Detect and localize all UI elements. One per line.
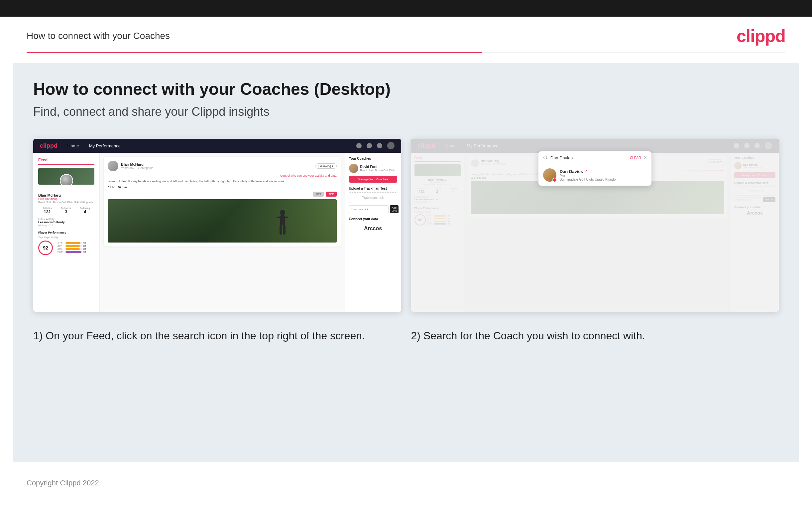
bar-ott: OTT 90	[57, 242, 86, 244]
nav-logo: clippd	[40, 142, 57, 150]
footer: Copyright Clippd 2022	[0, 472, 812, 494]
main-subtitle: Find, connect and share your Clippd insi…	[33, 105, 779, 119]
search-icon[interactable]	[356, 143, 362, 149]
profile-location: Royal North Devon Golf Club, United King…	[38, 201, 94, 204]
step-1-text: On your Feed, click on the search icon i…	[46, 330, 365, 342]
circle-score: 92	[38, 241, 53, 255]
search-bar: Dan Davies CLEAR ×	[538, 152, 652, 164]
mock-right-panel-left: Your Coaches David Ford Royal North Devo…	[345, 153, 401, 312]
search-icon-overlay	[543, 155, 548, 160]
step-1-description: 1) On your Feed, click on the search ico…	[33, 328, 401, 343]
clear-button[interactable]: CLEAR	[630, 156, 641, 160]
coaches-title: Your Coaches	[349, 157, 397, 160]
followers-label: Followers	[61, 207, 71, 209]
post-author-name: Blair McHarg	[121, 162, 153, 166]
result-role: Pro	[560, 174, 619, 178]
post-buttons: OTT APP	[108, 192, 337, 197]
perf-title: Player Performance	[38, 231, 94, 234]
post-header: Blair McHarg Yesterday · Sunningdale Fol…	[108, 161, 337, 171]
avatar-nav[interactable]	[387, 142, 394, 150]
copyright-text: Copyright Clippd 2022	[27, 479, 99, 487]
app-button[interactable]: APP	[326, 192, 336, 197]
svg-rect-5	[283, 225, 286, 235]
result-name: Dan Davies	[560, 169, 583, 174]
result-avatar	[543, 168, 557, 182]
search-result-item[interactable]: Dan Davies ✓ Pro Sunningdale Golf Club, …	[538, 164, 652, 186]
settings-icon[interactable]	[377, 143, 382, 149]
follow-label: Following ▾	[319, 164, 334, 168]
latest-activity-label: Latest Activity	[38, 218, 94, 220]
duration: 01 hr : 30 min	[108, 186, 337, 189]
trackman-input[interactable]	[349, 205, 389, 213]
mock-body-left: Feed Blair McHarg Plus Handicap Royal No…	[33, 153, 401, 312]
mock-nav-left: clippd Home My Performance	[33, 139, 401, 153]
performance-bars: OTT 90 APP 85	[57, 242, 86, 254]
header-divider	[27, 52, 785, 53]
activity-title: Lesson with Fordy	[38, 220, 94, 224]
image-overlay	[108, 199, 337, 243]
search-overlay: Dan Davies CLEAR × Dan Davies ✓	[538, 152, 652, 186]
following-label: Following	[80, 207, 90, 209]
verified-icon: ✓	[584, 169, 588, 174]
svg-rect-1	[280, 215, 285, 225]
control-link[interactable]: Control who can see your activity and da…	[108, 174, 337, 177]
step-2-number: 2)	[411, 330, 421, 342]
svg-point-6	[544, 156, 547, 159]
coach-avatar	[349, 164, 358, 173]
mock-sidebar-left: Feed Blair McHarg Plus Handicap Royal No…	[33, 153, 100, 312]
coach-name: David Ford	[360, 165, 394, 169]
close-button[interactable]: ×	[643, 155, 647, 161]
steps-row: 1) On your Feed, click on the search ico…	[33, 328, 779, 343]
screenshot-right: clippd Home My Performance Feed	[411, 139, 779, 312]
page-title: How to connect with your Coaches	[27, 31, 170, 41]
search-input[interactable]: Dan Davies	[551, 155, 627, 160]
user-icon[interactable]	[367, 143, 372, 149]
ott-button[interactable]: OTT	[313, 192, 324, 197]
coach-club: Royal North Devon Golf Club	[360, 169, 394, 172]
nav-my-performance[interactable]: My Performance	[89, 143, 121, 149]
mock-feed-main-left: Blair McHarg Yesterday · Sunningdale Fol…	[100, 153, 345, 312]
activities-value: 131	[43, 209, 52, 214]
screenshot-left: clippd Home My Performance Feed	[33, 139, 401, 312]
player-performance: Player Performance Total Player Quality …	[38, 231, 94, 255]
profile-name: Blair McHarg	[38, 193, 94, 197]
logo: clippd	[736, 26, 785, 46]
activity-date: 03 Aug 2022	[38, 224, 94, 227]
svg-rect-3	[284, 217, 288, 218]
activities-label: Activities	[43, 207, 52, 209]
step-2-text: Search for the Coach you wish to connect…	[423, 330, 645, 342]
bar-arg: ARG 86	[57, 248, 86, 250]
top-bar	[0, 0, 812, 17]
svg-rect-4	[280, 225, 282, 235]
arccos-brand: Arccos	[349, 223, 397, 234]
profile-banner	[38, 168, 94, 185]
svg-rect-2	[277, 217, 281, 218]
header: How to connect with your Coaches clippd	[0, 17, 812, 52]
app-screenshot-left: clippd Home My Performance Feed	[33, 139, 401, 312]
bar-app: APP 85	[57, 245, 86, 247]
nav-home[interactable]: Home	[67, 143, 79, 149]
golfer-silhouette	[274, 209, 291, 239]
svg-point-0	[280, 210, 285, 215]
feed-label: Feed	[38, 158, 94, 165]
screenshots-row: clippd Home My Performance Feed	[33, 139, 779, 312]
bar-putt: PUTT 96	[57, 251, 86, 253]
result-club: Sunningdale Golf Club, United Kingdom	[560, 178, 619, 181]
add-link-button[interactable]: Add Link	[390, 205, 399, 213]
step-1-number: 1)	[33, 330, 43, 342]
main-title: How to connect with your Coaches (Deskto…	[33, 80, 779, 99]
followers-value: 3	[61, 209, 71, 214]
coach-item: David Ford Royal North Devon Golf Club	[349, 164, 397, 173]
manage-coaches-button[interactable]: Manage Your Coaches	[349, 176, 397, 183]
follow-button[interactable]: Following ▾	[316, 163, 337, 169]
step-2-description: 2) Search for the Coach you wish to conn…	[411, 328, 779, 343]
post-avatar	[108, 161, 118, 171]
profile-stats: Activities 131 Followers 3 Following 4	[38, 207, 94, 214]
lesson-text: Looking to feel like my hands are exitin…	[108, 179, 337, 184]
post-item: Blair McHarg Yesterday · Sunningdale Fol…	[104, 157, 341, 247]
post-author-meta: Yesterday · Sunningdale	[121, 166, 153, 170]
trackman-input-row: Add Link	[349, 205, 397, 213]
total-quality-label: Total Player Quality	[38, 236, 94, 239]
nav-icons	[356, 142, 394, 150]
main-content: How to connect with your Coaches (Deskto…	[13, 63, 799, 462]
